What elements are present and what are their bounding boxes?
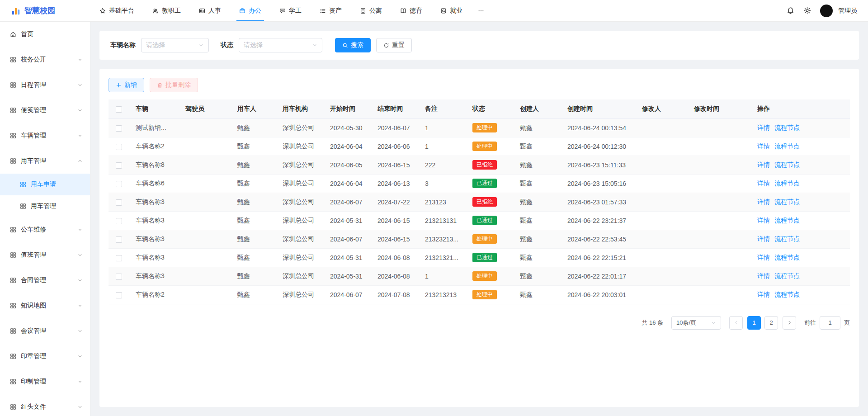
row-checkbox[interactable] [116,162,122,169]
logo[interactable]: 智慧校园 [11,5,79,16]
status-select-placeholder: 请选择 [244,41,263,49]
row-checkbox[interactable] [116,292,122,298]
flow-node-link[interactable]: 流程节点 [774,180,800,187]
detail-link[interactable]: 详情 [757,291,770,298]
detail-link[interactable]: 详情 [757,142,770,150]
cell-remark: 222 [420,156,467,174]
sidebar-subitem-5-1[interactable]: 用车管理 [0,195,90,217]
chevron-down-icon [198,43,204,48]
flow-node-link[interactable]: 流程节点 [774,161,800,168]
detail-link[interactable]: 详情 [757,235,770,242]
nav-item-6[interactable]: 公寓 [351,0,391,21]
flow-node-link[interactable]: 流程节点 [774,198,800,205]
page-size-select[interactable]: 10条/页 [671,316,721,330]
add-button[interactable]: 新增 [108,78,144,92]
cell-creator: 甄鑫 [514,118,562,137]
select-all-checkbox[interactable] [116,106,122,113]
nav-item-7[interactable]: 德育 [391,0,431,21]
cell-remark: 213213131 [420,211,467,230]
detail-link[interactable]: 详情 [757,254,770,261]
row-checkbox[interactable] [116,274,122,280]
cell-modifier [637,211,689,230]
row-checkbox[interactable] [116,181,122,187]
vehicle-name-select[interactable]: 请选择 [141,38,209,52]
detail-link[interactable]: 详情 [757,217,770,224]
chev-down-icon [77,328,83,334]
detail-link[interactable]: 详情 [757,161,770,168]
sidebar-item-6[interactable]: 公车维修 [0,217,90,242]
sidebar-item-4[interactable]: 车辆管理 [0,123,90,148]
flow-node-link[interactable]: 流程节点 [774,272,800,279]
flow-node-link[interactable]: 流程节点 [774,217,800,224]
bell-icon[interactable] [787,7,794,14]
cell-modified_at [689,267,752,285]
sidebar-item-7[interactable]: 值班管理 [0,242,90,268]
sidebar-item-0[interactable]: 首页 [0,22,90,47]
nav-more-button[interactable] [472,0,491,21]
sidebar-item-8[interactable]: 合同管理 [0,268,90,293]
sidebar-item-1[interactable]: 校务公开 [0,47,90,72]
flow-node-link[interactable]: 流程节点 [774,254,800,261]
status-badge: 处理中 [472,142,497,151]
nav-item-1[interactable]: 教职工 [143,0,190,21]
status-select[interactable]: 请选择 [239,38,322,52]
cell-user: 甄鑫 [232,156,277,174]
reset-button[interactable]: 重置 [376,38,412,52]
flow-node-link[interactable]: 流程节点 [774,124,800,131]
flow-node-link[interactable]: 流程节点 [774,142,800,150]
row-checkbox[interactable] [116,144,122,150]
row-checkbox[interactable] [116,255,122,261]
row-checkbox[interactable] [116,236,122,243]
gear-icon[interactable] [803,7,811,14]
row-checkbox[interactable] [116,125,122,132]
cell-checkbox [108,267,130,285]
detail-link[interactable]: 详情 [757,180,770,187]
sidebar-item-9[interactable]: 知识地图 [0,293,90,318]
vehicle-select-placeholder: 请选择 [146,41,165,49]
detail-link[interactable]: 详情 [757,198,770,205]
sidebar-subitem-5-0[interactable]: 用车申请 [0,174,90,195]
nav-item-label: 德育 [410,7,422,15]
detail-link[interactable]: 详情 [757,272,770,279]
nav-item-5[interactable]: 资产 [311,0,351,21]
sidebar-item-2[interactable]: 日程管理 [0,72,90,98]
sidebar-item-3[interactable]: 便笺管理 [0,98,90,123]
sidebar-item-13[interactable]: 红头文件 [0,394,90,416]
nav-item-2[interactable]: 人事 [190,0,230,21]
prev-page-button[interactable] [729,316,743,330]
status-filter-label: 状态 [221,41,233,49]
nav-item-4[interactable]: 学工 [270,0,311,21]
cell-start: 2024-06-07 [325,230,372,248]
table-row: 车辆名称3甄鑫深圳总公司2024-06-072024-06-1521323213… [108,230,850,248]
sidebar-item-label: 红头文件 [21,403,46,411]
cell-checkbox [108,248,130,267]
goto-page-input[interactable] [820,316,840,330]
nav-item-8[interactable]: 就业 [431,0,472,21]
flow-node-link[interactable]: 流程节点 [774,291,800,298]
cell-driver [180,285,232,304]
idcard-icon [199,8,205,14]
page-size-value: 10条/页 [676,319,696,327]
cell-status: 已拒绝 [467,156,514,174]
sidebar-item-5[interactable]: 用车管理 [0,148,90,174]
avatar[interactable] [820,5,833,17]
row-checkbox[interactable] [116,199,122,206]
row-checkbox[interactable] [116,218,122,224]
detail-link[interactable]: 详情 [757,124,770,131]
cell-actions: 详情流程节点 [752,230,850,248]
flow-node-link[interactable]: 流程节点 [774,235,800,242]
sidebar-item-10[interactable]: 会议管理 [0,318,90,344]
sidebar-item-12[interactable]: 印制管理 [0,369,90,394]
nav-item-3[interactable]: 办公 [230,0,270,21]
page-button-1[interactable]: 1 [747,316,761,330]
search-button[interactable]: 搜索 [335,38,371,52]
batch-delete-button[interactable]: 批量删除 [150,78,198,92]
reset-button-label: 重置 [392,41,405,49]
next-page-button[interactable] [783,316,796,330]
nav-item-label: 学工 [289,7,302,15]
nav-item-0[interactable]: 基础平台 [90,0,143,21]
sidebar-item-11[interactable]: 印章管理 [0,344,90,369]
cell-modified_at [689,137,752,156]
page-button-2[interactable]: 2 [764,316,778,330]
table-row: 车辆名称6甄鑫深圳总公司2024-06-042024-06-133已通过甄鑫20… [108,174,850,193]
